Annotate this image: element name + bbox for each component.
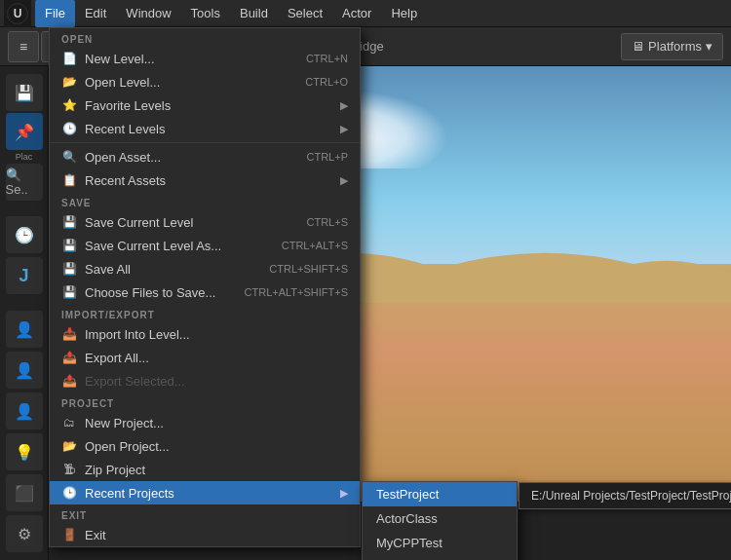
menu-file[interactable]: File [35,0,75,27]
zip-project-icon: 🗜 [61,462,77,477]
menu-open-asset[interactable]: 🔍 Open Asset... CTRL+P [50,145,360,168]
save-current-icon: 💾 [61,214,77,230]
menu-build[interactable]: Build [230,0,278,27]
menu-zip-project[interactable]: 🗜 Zip Project [50,458,360,481]
exit-label: Exit [85,528,106,542]
menu-export-selected: 📤 Export Selected... [50,369,360,392]
sidebar: 💾 📌 Plac 🔍 Se.. 🕒 J 👤 👤 👤 💡 ⬛ ⚙ [0,66,49,560]
menu-save-all[interactable]: 💾 Save All CTRL+SHIFT+S [50,257,360,280]
sidebar-place-label: Plac [16,152,33,162]
monitor-icon: 🖥 [632,39,644,54]
submenu-mycpptest[interactable]: MyCPPTest [363,531,517,555]
sidebar-icon-person2[interactable]: 👤 [6,352,43,389]
menu-choose-files[interactable]: 💾 Choose Files to Save... CTRL+ALT+SHIFT… [50,280,360,304]
favorite-levels-label: Favorite Levels [85,98,171,113]
save-all-shortcut: CTRL+SHIFT+S [269,263,348,275]
menu-open-level[interactable]: 📂 Open Level... CTRL+O [50,70,360,93]
open-project-label: Open Project... [85,439,170,454]
toolbar-btn-1[interactable]: ≡ [8,31,39,62]
section-importexport: IMPORT/EXPORT [50,304,360,322]
platforms-button[interactable]: 🖥 Platforms ▾ [621,33,723,60]
platforms-label: Platforms [648,39,702,54]
section-open: OPEN [50,28,360,47]
export-all-icon: 📤 [61,350,77,365]
save-current-as-shortcut: CTRL+ALT+S [282,240,348,251]
menu-save-current-as[interactable]: 💾 Save Current Level As... CTRL+ALT+S [50,234,360,257]
sidebar-place-section: 📌 Plac [6,113,43,162]
recent-assets-label: Recent Assets [85,173,166,188]
save-current-label: Save Current Level [85,215,193,230]
open-level-label: Open Level... [85,75,160,90]
menu-window[interactable]: Window [116,0,180,27]
menu-recent-assets[interactable]: 📋 Recent Assets ▶ [50,168,360,192]
sidebar-icon-bulb[interactable]: 💡 [6,433,43,470]
menu-actor[interactable]: Actor [332,0,381,27]
menu-recent-projects[interactable]: 🕒 Recent Projects ▶ TestProject ActorCla… [50,481,360,504]
sidebar-icon-cube[interactable]: ⬛ [6,474,43,511]
favorite-levels-icon: ⭐ [61,97,77,113]
recent-assets-arrow: ▶ [340,174,348,187]
menu-export-all[interactable]: 📤 Export All... [50,346,360,369]
sidebar-icon-search[interactable]: 🔍 Se.. [6,164,43,201]
menu-import-level[interactable]: 📥 Import Into Level... [50,322,360,346]
menu-new-project[interactable]: 🗂 New Project... [50,411,360,434]
import-level-icon: 📥 [61,326,77,342]
section-exit: EXIT [50,504,360,523]
new-level-icon: 📄 [61,51,77,66]
recent-projects-label: Recent Projects [85,486,174,501]
favorite-levels-arrow: ▶ [340,99,348,112]
menu-favorite-levels[interactable]: ⭐ Favorite Levels ▶ [50,93,360,117]
sidebar-icon-j[interactable]: J [6,257,43,294]
menu-select[interactable]: Select [278,0,332,27]
file-dropdown-menu: OPEN 📄 New Level... CTRL+N 📂 Open Level.… [49,27,361,547]
open-project-icon: 📂 [61,438,77,454]
exit-icon: 🚪 [61,527,77,542]
menu-exit[interactable]: 🚪 Exit [50,523,360,546]
menu-recent-levels[interactable]: 🕒 Recent Levels ▶ [50,117,360,140]
sidebar-icon-person1[interactable]: 👤 [6,311,43,348]
new-project-icon: 🗂 [61,415,77,430]
divider-1 [50,142,360,143]
submenu-testupload1[interactable]: TestUpload [363,555,517,560]
open-asset-icon: 🔍 [61,149,77,165]
sidebar-top: 💾 📌 Plac 🔍 Se.. [6,74,43,201]
open-asset-label: Open Asset... [85,150,161,165]
menu-save-current[interactable]: 💾 Save Current Level CTRL+S [50,210,360,234]
sidebar-icon-person3[interactable]: 👤 [6,392,43,429]
export-all-label: Export All... [85,351,149,365]
recent-projects-submenu: TestProject ActorClass MyCPPTest TestUpl… [362,481,518,560]
chevron-down-icon: ▾ [706,39,712,54]
save-current-as-label: Save Current Level As... [85,239,221,253]
menu-edit[interactable]: Edit [75,0,116,27]
sidebar-icon-place[interactable]: 📌 [6,113,43,150]
testproject-tooltip: E:/Unreal Projects/TestProject/TestProje… [519,482,731,509]
new-level-shortcut: CTRL+N [306,53,348,64]
menu-help[interactable]: Help [381,0,427,27]
recent-levels-label: Recent Levels [85,122,165,136]
save-current-as-icon: 💾 [61,238,77,253]
choose-files-shortcut: CTRL+ALT+SHIFT+S [245,286,348,298]
new-project-label: New Project... [85,416,164,430]
section-project: PROJECT [50,392,360,411]
open-level-icon: 📂 [61,74,77,90]
export-selected-icon: 📤 [61,373,77,389]
sidebar-icon-clock[interactable]: 🕒 [6,216,43,253]
menu-new-level[interactable]: 📄 New Level... CTRL+N [50,47,360,70]
recent-projects-icon: 🕒 [61,485,77,501]
open-asset-shortcut: CTRL+P [307,151,349,163]
menu-open-project[interactable]: 📂 Open Project... [50,434,360,458]
sidebar-icon-gear[interactable]: ⚙ [6,515,43,552]
recent-levels-icon: 🕒 [61,121,77,136]
menu-tools[interactable]: Tools [181,0,230,27]
menu-bar: U File Edit Window Tools Build Select Ac… [0,0,731,27]
recent-projects-arrow: ▶ [340,487,348,500]
save-all-label: Save All [85,262,131,277]
recent-levels-arrow: ▶ [340,123,348,135]
sidebar-icon-save[interactable]: 💾 [6,74,43,111]
ue-logo: U [4,0,31,27]
recent-assets-icon: 📋 [61,172,77,188]
submenu-testproject[interactable]: TestProject [363,482,517,506]
import-level-label: Import Into Level... [85,327,190,342]
submenu-actorclass[interactable]: ActorClass [363,506,517,531]
choose-files-icon: 💾 [61,284,77,300]
